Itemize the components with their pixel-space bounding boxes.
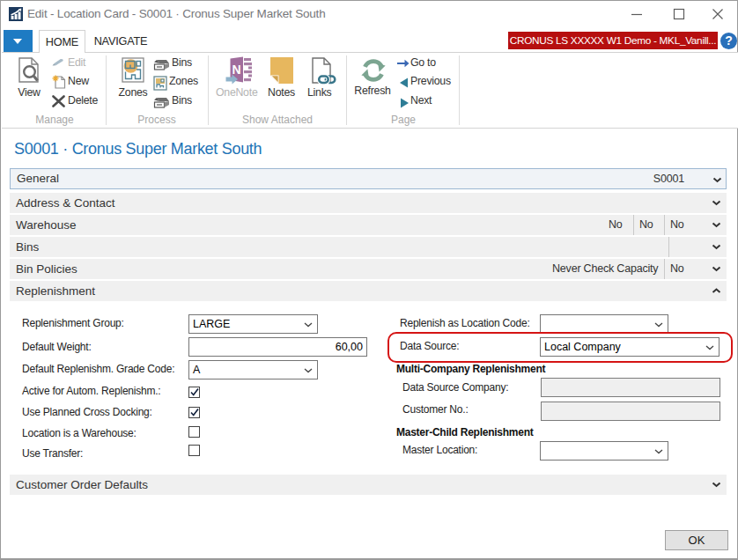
svg-text:N: N — [232, 63, 240, 77]
